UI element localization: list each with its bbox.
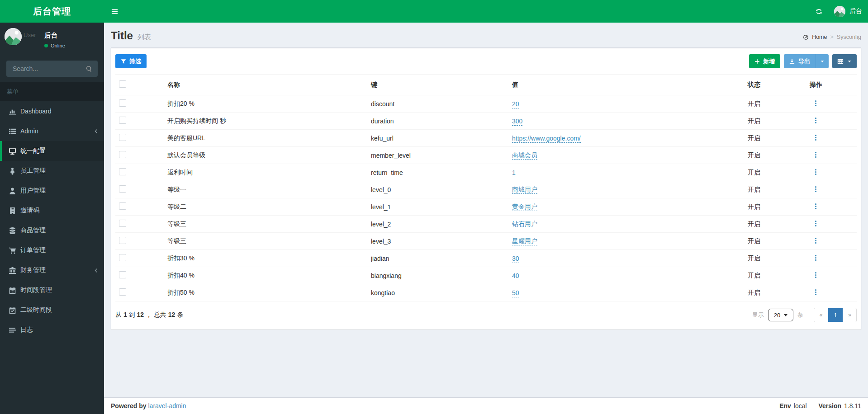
sidebar-search-button[interactable]	[82, 62, 96, 75]
sidebar-item-dashboard[interactable]: Dashboard	[0, 101, 104, 121]
per-page-select[interactable]: 20	[768, 309, 793, 321]
sidebar-item-staff[interactable]: 员工管理	[0, 161, 104, 181]
cell-status: 开启	[748, 100, 760, 107]
cell-status: 开启	[748, 151, 760, 159]
sidebar-item-logs[interactable]: 日志	[0, 320, 104, 340]
main-footer: Powered by laravel-admin Envlocal Versio…	[104, 397, 868, 414]
refresh-button[interactable]	[810, 0, 828, 23]
laravel-admin-link[interactable]: laravel-admin	[148, 402, 186, 409]
cell-value-link[interactable]: 40	[512, 272, 519, 280]
sidebar-item-goods[interactable]: 商品管理	[0, 221, 104, 240]
cell-value-link[interactable]: https://www.google.com/	[512, 135, 581, 143]
sidebar-item-admin[interactable]: Admin	[0, 121, 104, 141]
export-dropdown-toggle[interactable]	[816, 54, 829, 68]
chevron-left-icon	[94, 268, 99, 273]
export-button[interactable]: 导出	[784, 54, 816, 68]
cell-value-link[interactable]: 300	[512, 118, 522, 126]
row-actions-button[interactable]	[812, 134, 819, 141]
row-checkbox[interactable]	[119, 117, 126, 124]
content-header: Title 列表 Home > Sysconfig	[104, 23, 868, 47]
cell-name: 等级三	[167, 220, 186, 227]
cell-value-link[interactable]: 星耀用户	[512, 237, 537, 245]
create-button[interactable]: 新增	[749, 54, 780, 68]
navbar-user-menu[interactable]: 后台	[828, 0, 868, 23]
table-row: 开启购买持续时间 秒duration300开启	[115, 113, 857, 130]
calendar-icon	[9, 287, 16, 294]
cell-value-link[interactable]: 30	[512, 255, 519, 263]
col-header-name: 名称	[164, 75, 367, 95]
sidebar-user-status[interactable]: Online	[44, 43, 65, 48]
grid-box: 筛选 新增 导出	[111, 47, 861, 329]
database-icon	[9, 227, 16, 235]
cell-value-link[interactable]: 1	[512, 169, 516, 177]
sidebar-item-invite[interactable]: 邀请码	[0, 201, 104, 221]
sidebar-item-timeslot2[interactable]: 二级时间段	[0, 300, 104, 320]
row-actions-button[interactable]	[812, 254, 819, 261]
powered-by-label: Powered by	[111, 402, 147, 409]
select-caret-icon	[784, 314, 787, 316]
per-page-unit: 条	[797, 311, 803, 319]
cell-value-link[interactable]: 商城会员	[512, 151, 537, 160]
cell-value-link[interactable]: 钻石用户	[512, 220, 537, 228]
pagination-zone: 显示 20 条 « 1 »	[752, 308, 857, 322]
next-page-button[interactable]: »	[843, 308, 856, 322]
row-actions-button[interactable]	[812, 237, 819, 244]
cell-value-link[interactable]: 50	[512, 289, 519, 297]
filter-button[interactable]: 筛选	[115, 54, 147, 68]
row-checkbox[interactable]	[119, 254, 126, 261]
dashboard-gauge-icon	[803, 34, 809, 40]
child-icon	[9, 167, 16, 175]
row-actions-button[interactable]	[812, 272, 819, 278]
cell-name: 默认会员等级	[167, 151, 205, 159]
row-checkbox[interactable]	[119, 237, 126, 244]
sidebar-search-form	[6, 61, 98, 77]
row-checkbox[interactable]	[119, 168, 126, 175]
cell-name: 折扣50 %	[167, 289, 194, 296]
config-table: 名称 键 值 状态 操作 折扣20 %discount20开启开启购买持续时间 …	[115, 74, 857, 301]
row-actions-button[interactable]	[812, 186, 819, 193]
row-checkbox[interactable]	[119, 99, 126, 107]
row-actions-button[interactable]	[812, 289, 819, 296]
sidebar-item-users[interactable]: 用户管理	[0, 181, 104, 201]
row-actions-button[interactable]	[812, 151, 819, 158]
row-checkbox[interactable]	[119, 202, 126, 210]
breadcrumb-home-link[interactable]: Home	[812, 34, 827, 40]
cell-value-link[interactable]: 20	[512, 100, 519, 108]
grid-table-wrap: 名称 键 值 状态 操作 折扣20 %discount20开启开启购买持续时间 …	[111, 74, 861, 301]
sidebar-search-input[interactable]	[13, 65, 82, 72]
page-1-button[interactable]: 1	[828, 308, 843, 322]
sidebar-item-label: Dashboard	[20, 108, 52, 115]
row-actions-button[interactable]	[812, 203, 819, 210]
row-actions-button[interactable]	[812, 117, 819, 124]
cell-value-link[interactable]: 黄金用户	[512, 203, 537, 211]
prev-page-button[interactable]: «	[814, 308, 828, 322]
column-selector-button[interactable]	[832, 54, 857, 68]
sidebar-item-sysconfig[interactable]: 统一配置	[0, 141, 104, 161]
table-row: 折扣20 %discount20开启	[115, 95, 857, 113]
online-dot-icon	[44, 44, 48, 47]
pagination: « 1 »	[814, 308, 857, 322]
row-actions-button[interactable]	[812, 169, 819, 175]
row-checkbox[interactable]	[119, 185, 126, 193]
app-logo[interactable]: 后台管理	[0, 0, 104, 23]
row-checkbox[interactable]	[119, 288, 126, 296]
rows-summary: 从 1 到 12 ， 总共 12 条	[115, 311, 183, 319]
row-checkbox[interactable]	[119, 271, 126, 278]
row-checkbox[interactable]	[119, 220, 126, 227]
cell-key: duration	[371, 118, 394, 125]
grid-tools: 新增 导出	[749, 54, 857, 68]
cell-value-link[interactable]: 商城用户	[512, 186, 537, 194]
select-all-checkbox[interactable]	[119, 80, 126, 88]
sidebar-item-timeslot[interactable]: 时间段管理	[0, 280, 104, 300]
row-checkbox[interactable]	[119, 134, 126, 141]
grid-icon	[837, 58, 844, 65]
cell-name: 等级三	[167, 237, 186, 245]
sidebar-item-label: 用户管理	[20, 187, 46, 195]
row-actions-button[interactable]	[812, 220, 819, 227]
sidebar-item-label: Admin	[20, 127, 38, 135]
sidebar-item-finance[interactable]: 财务管理	[0, 260, 104, 280]
sidebar-toggle-button[interactable]	[104, 0, 125, 23]
row-actions-button[interactable]	[812, 100, 819, 107]
sidebar-item-orders[interactable]: 订单管理	[0, 240, 104, 260]
row-checkbox[interactable]	[119, 151, 126, 158]
